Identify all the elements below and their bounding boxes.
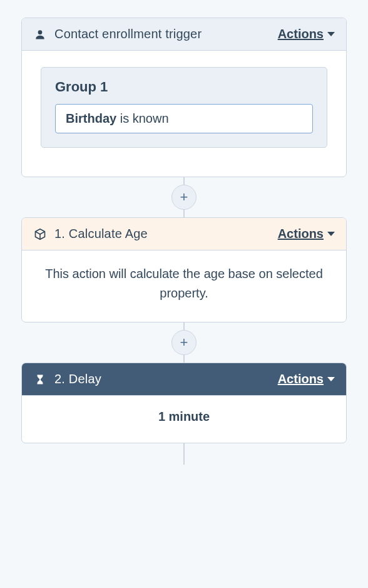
filter-chip[interactable]: Birthday is known <box>55 104 313 133</box>
trigger-card-header: Contact enrollment trigger Actions <box>22 18 346 51</box>
trigger-title: Contact enrollment trigger <box>54 27 270 41</box>
connector: + <box>21 177 347 217</box>
filter-group-title: Group 1 <box>55 79 313 95</box>
calculate-title: 1. Calculate Age <box>54 227 270 241</box>
actions-label: Actions <box>278 27 324 41</box>
calculate-actions-menu[interactable]: Actions <box>278 227 335 241</box>
filter-group[interactable]: Group 1 Birthday is known <box>41 67 327 148</box>
contact-icon <box>33 28 47 41</box>
trigger-card-body: Group 1 Birthday is known <box>22 51 346 177</box>
calculate-card-header: 1. Calculate Age Actions <box>22 218 346 250</box>
connector <box>21 443 347 465</box>
trigger-actions-menu[interactable]: Actions <box>278 27 335 41</box>
delay-card-body: 1 minute <box>22 396 346 443</box>
add-action-button[interactable]: + <box>171 330 197 355</box>
delay-card-header: 2. Delay Actions <box>22 363 346 396</box>
delay-actions-menu[interactable]: Actions <box>278 372 335 386</box>
delay-value: 1 minute <box>41 410 327 424</box>
calculate-card-body: This action will calculate the age base … <box>22 250 346 322</box>
cube-icon <box>33 227 47 241</box>
add-action-button[interactable]: + <box>171 185 197 210</box>
svg-point-0 <box>38 30 43 34</box>
actions-label: Actions <box>278 227 324 241</box>
actions-label: Actions <box>278 372 324 386</box>
connector: + <box>21 322 347 363</box>
workflow-canvas: Contact enrollment trigger Actions Group… <box>0 0 368 465</box>
delay-card[interactable]: 2. Delay Actions 1 minute <box>21 363 347 443</box>
delay-title: 2. Delay <box>54 372 270 386</box>
chevron-down-icon <box>327 232 335 236</box>
chevron-down-icon <box>327 377 335 381</box>
calculate-description: This action will calculate the age base … <box>41 264 327 303</box>
calculate-age-card[interactable]: 1. Calculate Age Actions This action wil… <box>21 217 347 322</box>
trigger-card[interactable]: Contact enrollment trigger Actions Group… <box>21 18 347 177</box>
chevron-down-icon <box>327 32 335 36</box>
hourglass-icon <box>33 373 47 386</box>
filter-field: Birthday <box>66 111 116 125</box>
filter-condition: is known <box>120 111 169 125</box>
